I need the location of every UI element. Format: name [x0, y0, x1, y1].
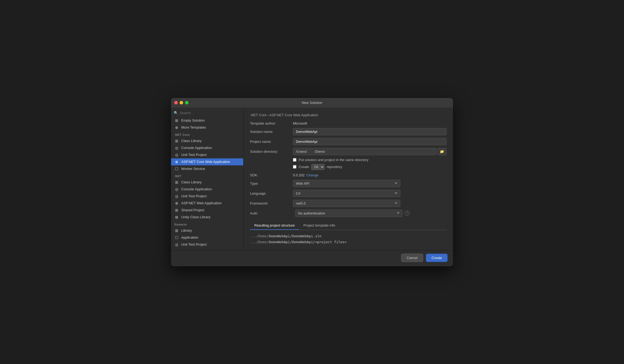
- solution-dir-label: Solution directory:: [250, 150, 293, 154]
- sidebar-item-label: Class Library: [181, 180, 202, 184]
- sidebar-item-console-app-core[interactable]: ◎ Console Application: [171, 144, 243, 151]
- sidebar-item-class-library-net[interactable]: ⊞ Class Library: [171, 179, 243, 186]
- solution-dir-row: Solution directory: 📁: [250, 148, 447, 155]
- sidebar-item-more-templates[interactable]: ⊕ More Templates: [171, 124, 243, 131]
- sidebar-item-unit-test-xamarin[interactable]: ◎ Unit Test Project: [171, 241, 243, 248]
- structure-prefix: .../Demo/: [250, 240, 269, 244]
- sidebar-item-label: Shared Project: [181, 208, 204, 212]
- structure-line-1: .../Demo/DemoWebApi/DemoWebApi.sln: [250, 233, 447, 239]
- titlebar: New Solution: [171, 98, 453, 108]
- sidebar-item-label: Unit Test Project: [181, 242, 206, 246]
- auth-help-icon[interactable]: ?: [405, 211, 409, 216]
- maximize-button[interactable]: [185, 101, 188, 104]
- sidebar-item-library[interactable]: ⊞ Library: [171, 227, 243, 234]
- framework-label: Framework:: [250, 201, 293, 205]
- section-label-dotnet: .NET: [171, 172, 243, 179]
- auth-row: Auth: No authentication Individual Authe…: [250, 210, 447, 217]
- template-author-label: Template author:: [250, 121, 293, 125]
- same-dir-label: Put solution and project in the same dir…: [299, 158, 368, 162]
- type-select[interactable]: Web API MVC Empty: [293, 180, 400, 187]
- circle-icon: ◎: [174, 187, 179, 191]
- tab-project-structure[interactable]: Resulting project structure: [250, 221, 299, 230]
- sidebar-item-unit-test-net[interactable]: ◎ Unit Test Project: [171, 193, 243, 200]
- tab-template-info[interactable]: Project template info: [299, 221, 340, 230]
- sidebar-item-label: Empty Solution: [181, 118, 205, 122]
- sidebar-item-aspnet-web[interactable]: ⊕ ASP.NET Web Application: [171, 200, 243, 207]
- grid-icon: ⊞: [174, 208, 179, 212]
- same-dir-checkbox[interactable]: [293, 158, 296, 162]
- sidebar-item-worker-service[interactable]: ☐ Worker Service: [171, 165, 243, 172]
- search-bar: 🔍: [171, 110, 243, 117]
- plus-icon: ⊕: [174, 125, 179, 130]
- sidebar-item-class-library-core[interactable]: ⊞ Class Library: [171, 137, 243, 144]
- circle-icon: ◎: [174, 153, 179, 157]
- grid-icon: ⊞: [174, 215, 179, 219]
- sidebar-item-label: ASP.NET Core Web Application: [181, 160, 230, 164]
- grid-icon: ⊞: [174, 118, 179, 123]
- minimize-button[interactable]: [180, 101, 183, 104]
- browse-button[interactable]: 📁: [437, 148, 447, 155]
- grid-icon: ⊞: [174, 139, 179, 143]
- sidebar-item-label: Unit Test Project: [181, 194, 206, 198]
- cancel-button[interactable]: Cancel: [401, 254, 423, 262]
- circle-icon: ◎: [174, 194, 179, 198]
- type-row: Type: Web API MVC Empty: [250, 180, 447, 187]
- sidebar-item-aspnet-core-web[interactable]: ⊕ ASP.NET Core Web Application: [171, 158, 243, 165]
- bottom-bar: Cancel Create: [171, 250, 453, 266]
- solution-name-input[interactable]: [293, 128, 447, 135]
- create-git-label: Create: [299, 165, 309, 169]
- structure-line-2: .../Demo/DemoWebApi/DemoWebApi/<project …: [250, 239, 447, 245]
- framework-row: Framework: net5.0 net6.0: [250, 200, 447, 207]
- create-button[interactable]: Create: [426, 254, 448, 262]
- project-structure-content: .../Demo/DemoWebApi/DemoWebApi.sln .../D…: [250, 233, 447, 245]
- tabs-row: Resulting project structure Project temp…: [250, 221, 447, 230]
- grid-icon: ⊞: [174, 228, 179, 233]
- sidebar-item-shared-project[interactable]: ⊞ Shared Project: [171, 207, 243, 214]
- project-name-input[interactable]: [293, 138, 447, 145]
- sidebar-item-console-app-net[interactable]: ◎ Console Application: [171, 186, 243, 193]
- template-author-row: Template author: Microsoft: [250, 121, 447, 125]
- auth-select[interactable]: No authentication Individual Authenticat…: [295, 210, 402, 217]
- sidebar-item-unit-test-core[interactable]: ◎ Unit Test Project: [171, 151, 243, 158]
- solution-dir-group: 📁: [293, 148, 447, 155]
- window-title: New Solution: [302, 101, 322, 105]
- sdk-version: 5.0.202: [293, 173, 304, 177]
- section-label-xamarin: Xamarin: [171, 221, 243, 227]
- sidebar-item-label: Unit Test Project: [181, 153, 206, 157]
- circle-icon: ◎: [174, 242, 179, 247]
- language-row: Language: C# F#: [250, 190, 447, 197]
- search-input[interactable]: [180, 111, 241, 115]
- structure-highlight: DemoWebApi/DemoWebApi/<project files>: [269, 240, 347, 244]
- sidebar-item-label: Worker Service: [181, 167, 205, 171]
- solution-dir-input[interactable]: [293, 148, 436, 155]
- new-solution-dialog: New Solution 🔍 ⊞ Empty Solution ⊕ More T…: [171, 98, 453, 266]
- sidebar-item-application[interactable]: ☐ Application: [171, 234, 243, 241]
- create-git-checkbox[interactable]: [293, 165, 296, 169]
- solution-name-row: Solution name:: [250, 128, 447, 135]
- project-name-label: Project name:: [250, 140, 293, 144]
- search-icon: 🔍: [174, 111, 178, 115]
- sidebar-item-unity-class-library[interactable]: ⊞ Unity Class Library: [171, 214, 243, 221]
- sidebar-item-label: Library: [181, 228, 192, 232]
- sidebar-item-label: Application: [181, 235, 198, 239]
- sidebar-item-label: Unity Class Library: [181, 215, 211, 219]
- window-controls: [174, 101, 188, 104]
- sdk-change-link[interactable]: Change: [306, 173, 318, 177]
- circle-icon: ◎: [174, 146, 179, 150]
- git-type-select[interactable]: Git: [311, 164, 325, 170]
- sidebar: 🔍 ⊞ Empty Solution ⊕ More Templates .NET…: [171, 108, 244, 250]
- same-dir-row: Put solution and project in the same dir…: [250, 158, 447, 162]
- close-button[interactable]: [174, 101, 178, 104]
- globe-icon: ⊕: [174, 160, 179, 164]
- breadcrumb: .NET Core › ASP.NET Core Web Application: [250, 113, 447, 117]
- git-row: Create Git repository: [250, 164, 447, 170]
- language-select[interactable]: C# F#: [293, 190, 400, 197]
- type-label: Type:: [250, 181, 293, 185]
- section-label-dotnet-core: .NET Core: [171, 131, 243, 137]
- git-repository-label: repository: [327, 165, 342, 169]
- square-icon: ☐: [174, 167, 179, 171]
- framework-select[interactable]: net5.0 net6.0: [293, 200, 400, 207]
- sidebar-item-empty-solution[interactable]: ⊞ Empty Solution: [171, 117, 243, 124]
- sidebar-item-label: Class Library: [181, 139, 202, 143]
- sidebar-item-label: ASP.NET Web Application: [181, 201, 222, 205]
